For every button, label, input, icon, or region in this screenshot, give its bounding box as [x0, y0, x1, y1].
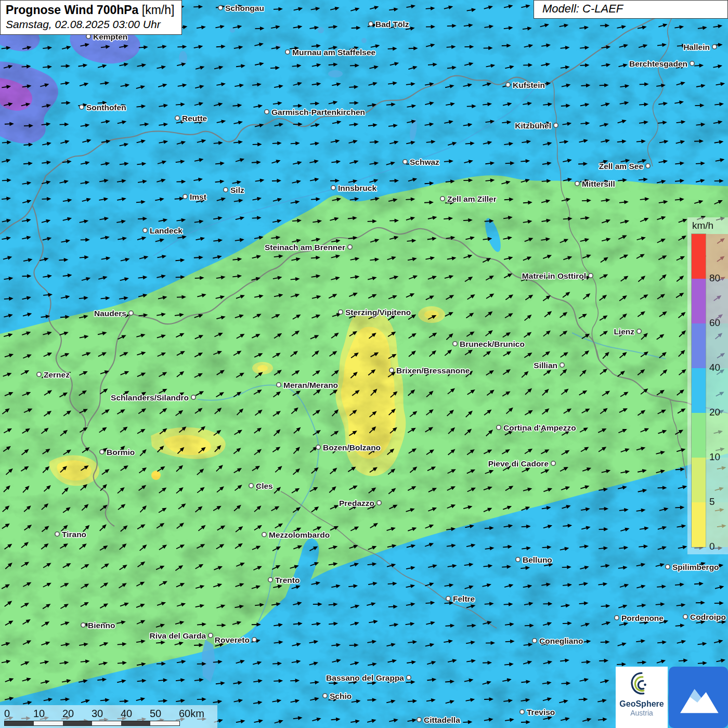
city-marker	[80, 105, 84, 109]
city-marker	[417, 718, 421, 722]
legend-band	[692, 502, 706, 547]
city-marker	[268, 578, 272, 582]
city-marker	[589, 274, 593, 278]
city-label: Meran/Merano	[283, 381, 338, 389]
city-label: Riva del Garda	[149, 631, 206, 640]
city-label: Lienz	[614, 327, 634, 336]
city-label: Murnau am Staffelsee	[292, 48, 376, 57]
city-marker	[712, 45, 717, 49]
city-marker	[323, 694, 327, 698]
city-label: Spilimbergo	[672, 563, 719, 571]
city-label: Cittadella	[424, 716, 460, 724]
city-marker	[277, 383, 281, 387]
city-marker	[37, 372, 41, 376]
city-marker	[81, 623, 85, 627]
city-marker	[218, 6, 223, 10]
city-label: Bormio	[107, 448, 135, 457]
legend-band	[692, 368, 706, 413]
city-marker	[175, 116, 179, 120]
city-marker	[532, 639, 537, 643]
city-marker	[249, 484, 253, 488]
geosphere-swirl-icon	[627, 669, 656, 698]
city-label: Sonthofen	[86, 103, 126, 112]
title-text: Prognose Wind 700hPa	[6, 3, 138, 17]
scale-bar: 0102030405060km	[0, 705, 217, 728]
city-label: Kitzbühel	[515, 121, 551, 130]
city-label: Schlanders/Silandro	[111, 393, 189, 402]
city-label: Treviso	[527, 708, 555, 717]
city-marker	[209, 633, 213, 638]
city-label: Cortina d'Ampezzo	[503, 423, 576, 432]
city-marker	[265, 110, 269, 114]
city-label: Schio	[330, 692, 352, 700]
city-marker	[575, 181, 579, 186]
city-marker	[55, 532, 59, 536]
mountain-logo	[669, 667, 728, 728]
city-label: Innsbruck	[338, 184, 376, 192]
city-marker	[666, 565, 670, 569]
legend-band	[692, 458, 706, 502]
city-label: Rovereto	[215, 635, 250, 644]
scale-label: 20	[62, 708, 92, 720]
city-label: Zernez	[44, 370, 70, 379]
city-label: Bassano del Grappa	[326, 673, 404, 682]
scale-label: 50	[150, 708, 179, 720]
scale-segment	[92, 721, 121, 725]
legend-band	[692, 279, 706, 323]
city-label: Trento	[275, 576, 300, 584]
city-label: Sillian	[534, 361, 557, 370]
city-marker	[683, 615, 687, 619]
city-label: Bad Tölz	[375, 20, 409, 29]
legend-tick: 10	[709, 451, 720, 463]
city-marker	[183, 194, 187, 199]
city-label: Mezzolombardo	[269, 530, 330, 539]
city-marker	[506, 83, 510, 87]
city-marker	[554, 123, 558, 127]
city-marker	[497, 425, 501, 430]
city-label: Predazzo	[339, 499, 374, 508]
legend-band	[692, 323, 706, 368]
city-marker	[252, 638, 256, 642]
model-label: Modell: C-LAEF	[534, 0, 728, 19]
city-marker	[516, 557, 520, 562]
city-marker	[403, 160, 407, 164]
legend-tick: 0	[709, 541, 715, 552]
scale-label: 0	[4, 708, 33, 720]
city-label: Feltre	[453, 594, 475, 603]
scale-label: 10	[33, 708, 62, 720]
city-label: Landeck	[150, 226, 183, 235]
map-stage: SchongauBad TölzKemptenMurnau am Staffel…	[0, 0, 728, 728]
city-label: Bozen/Bolzano	[323, 443, 381, 452]
scale-segment	[121, 721, 150, 725]
city-label: Silz	[230, 186, 244, 194]
city-label: Tirano	[62, 530, 86, 539]
city-label: Zell am See	[599, 162, 644, 171]
city-marker	[407, 675, 411, 680]
legend-tick: 60	[709, 317, 720, 329]
legend-band	[692, 413, 706, 458]
city-marker	[191, 395, 196, 399]
city-label: Kufstein	[513, 81, 545, 89]
city-label: Schongau	[225, 4, 264, 12]
branding: GeoSphere Austria	[616, 667, 728, 728]
city-marker	[143, 228, 147, 232]
city-marker	[646, 164, 650, 168]
page-title: Prognose Wind 700hPa [km/h]	[6, 3, 174, 17]
city-marker	[86, 34, 90, 38]
city-label: Hallein	[683, 43, 710, 51]
city-label: Steinach am Brenner	[265, 243, 345, 252]
city-marker	[331, 186, 335, 190]
city-label: Conegliano	[539, 636, 583, 645]
city-label: Bienno	[88, 621, 115, 630]
city-label: Pieve di Cadore	[488, 459, 549, 468]
scale-label: 40	[121, 708, 150, 720]
city-marker	[224, 188, 228, 192]
city-marker	[453, 342, 457, 346]
city-label: Bruneck/Brunico	[460, 340, 525, 348]
legend-tick: 80	[709, 272, 720, 284]
city-marker	[129, 311, 133, 315]
city-marker	[446, 596, 450, 601]
city-label: Berchtesgaden	[629, 59, 687, 68]
weather-map: SchongauBad TölzKemptenMurnau am Staffel…	[0, 0, 728, 728]
city-label: Garmisch-Partenkirchen	[271, 108, 365, 116]
